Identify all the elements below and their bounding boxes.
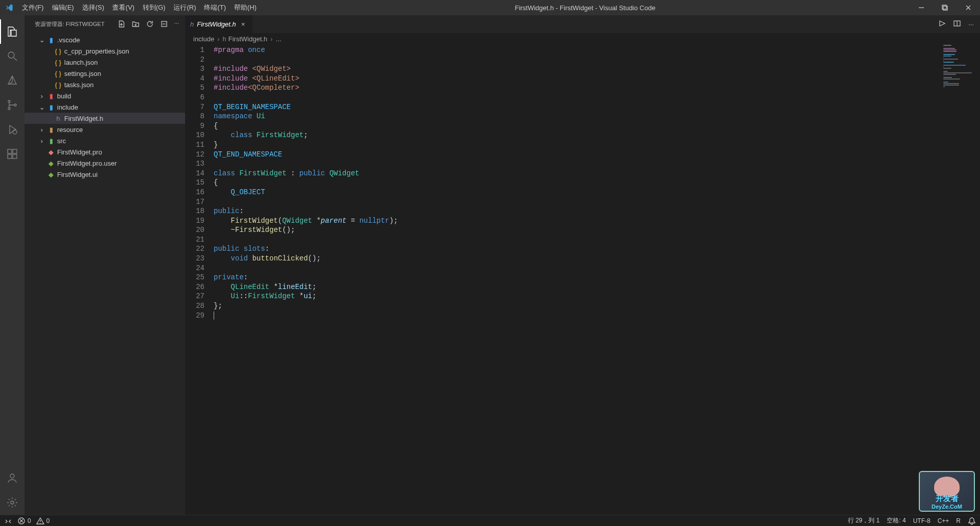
watermark-line2: DeyZe.CoM: [932, 504, 962, 510]
activity-bar: [0, 15, 24, 515]
svg-point-9: [14, 104, 16, 106]
svg-rect-11: [8, 149, 12, 153]
menu-bar: 文件(F)编辑(E)选择(S)查看(V)转到(G)运行(R)终端(T)帮助(H): [18, 0, 261, 15]
editor-more-icon[interactable]: ···: [968, 20, 974, 28]
status-remote-icon[interactable]: [4, 517, 12, 525]
tree-item[interactable]: ›▮src: [24, 135, 185, 146]
sidebar-explorer: 资源管理器: FIRSTWIDGET ··· ⌄▮.vscode{ }c_cpp…: [24, 15, 185, 515]
breadcrumb[interactable]: include›hFirstWidget.h›...: [185, 33, 980, 44]
new-file-icon[interactable]: [117, 20, 125, 29]
close-button[interactable]: [957, 0, 980, 15]
vscode-logo-icon: [0, 4, 18, 12]
maximize-button[interactable]: [933, 0, 957, 15]
activity-cmake[interactable]: [0, 68, 24, 93]
more-icon[interactable]: ···: [174, 20, 179, 29]
tree-item-label: include: [57, 103, 78, 111]
tree-item[interactable]: hFirstWidget.h: [24, 113, 185, 124]
tree-item[interactable]: ⌄▮.vscode: [24, 34, 185, 45]
svg-rect-12: [13, 149, 17, 153]
status-extra[interactable]: R: [956, 517, 961, 524]
menu-item[interactable]: 编辑(E): [48, 0, 78, 15]
activity-extensions[interactable]: [0, 142, 24, 166]
tree-item-label: c_cpp_properties.json: [64, 47, 129, 55]
tab-label: FirstWidget.h: [197, 20, 236, 28]
svg-rect-14: [13, 154, 17, 159]
tree-item-label: launch.json: [64, 59, 98, 66]
tree-item-label: FirstWidget.pro.user: [57, 160, 117, 167]
editor-group: h FirstWidget.h × ··· include›hFirstWidg…: [185, 15, 980, 515]
status-bar: 0 0 行 29，列 1 空格: 4 UTF-8 C++ R: [0, 515, 980, 526]
split-editor-icon[interactable]: [953, 19, 961, 29]
activity-run-debug[interactable]: [0, 117, 24, 142]
activity-explorer[interactable]: [0, 19, 24, 44]
menu-item[interactable]: 帮助(H): [230, 0, 261, 15]
svg-point-16: [11, 501, 14, 504]
activity-search[interactable]: [0, 44, 24, 68]
status-warnings[interactable]: 0: [36, 517, 50, 525]
tree-item-label: build: [57, 92, 71, 100]
run-icon[interactable]: [938, 19, 946, 29]
tree-item[interactable]: ›▮build: [24, 90, 185, 101]
menu-item[interactable]: 文件(F): [18, 0, 48, 15]
chevron-right-icon: ›: [217, 35, 219, 43]
sidebar-title: 资源管理器: FIRSTWIDGET: [35, 20, 105, 28]
svg-point-10: [13, 130, 17, 134]
tree-item[interactable]: { }launch.json: [24, 57, 185, 68]
breadcrumb-item[interactable]: hFirstWidget.h: [223, 35, 268, 43]
tree-item-label: .vscode: [57, 36, 80, 44]
watermark-avatar: 开发者 DeyZe.CoM: [919, 471, 975, 512]
editor-tabs: h FirstWidget.h × ···: [185, 15, 980, 33]
activity-source-control[interactable]: [0, 93, 24, 117]
breadcrumb-item[interactable]: include: [193, 35, 214, 43]
tree-item[interactable]: ◆FirstWidget.pro: [24, 146, 185, 157]
status-encoding[interactable]: UTF-8: [913, 517, 931, 524]
tree-item-label: FirstWidget.ui: [57, 171, 97, 178]
status-language[interactable]: C++: [938, 517, 949, 524]
tree-item[interactable]: ⌄▮include: [24, 101, 185, 113]
new-folder-icon[interactable]: [132, 20, 140, 29]
status-notifications-icon[interactable]: [968, 517, 976, 525]
menu-item[interactable]: 运行(R): [169, 0, 200, 15]
file-tree: ⌄▮.vscode{ }c_cpp_properties.json{ }laun…: [24, 33, 185, 515]
svg-line-6: [14, 58, 17, 61]
menu-item[interactable]: 转到(G): [139, 0, 170, 15]
tree-item[interactable]: ◆FirstWidget.pro.user: [24, 157, 185, 169]
tab-firstwidget-h[interactable]: h FirstWidget.h ×: [185, 15, 253, 33]
tree-item[interactable]: { }tasks.json: [24, 79, 185, 90]
svg-point-15: [10, 474, 14, 478]
menu-item[interactable]: 查看(V): [108, 0, 138, 15]
tree-item[interactable]: ›▮resource: [24, 124, 185, 135]
collapse-icon[interactable]: [160, 20, 168, 29]
status-errors[interactable]: 0: [17, 517, 31, 525]
window-controls: [910, 0, 980, 15]
menu-item[interactable]: 终端(T): [200, 0, 230, 15]
tab-close-icon[interactable]: ×: [239, 20, 247, 28]
svg-point-5: [8, 52, 14, 58]
chevron-right-icon: ›: [270, 35, 272, 43]
breadcrumb-item[interactable]: ...: [276, 35, 281, 43]
tree-item-label: resource: [57, 126, 83, 134]
minimize-button[interactable]: [910, 0, 933, 15]
main-area: 资源管理器: FIRSTWIDGET ··· ⌄▮.vscode{ }c_cpp…: [0, 15, 980, 515]
tree-item[interactable]: { }settings.json: [24, 68, 185, 79]
tree-item-label: settings.json: [64, 70, 101, 77]
svg-rect-1: [942, 5, 946, 9]
tree-item-label: src: [57, 137, 66, 145]
code-area[interactable]: #pragma once#include <QWidget>#include <…: [214, 44, 980, 515]
tree-item[interactable]: { }c_cpp_properties.json: [24, 45, 185, 57]
refresh-icon[interactable]: [146, 20, 154, 29]
activity-settings[interactable]: [0, 490, 24, 515]
minimap[interactable]: [943, 45, 974, 106]
menu-item[interactable]: 选择(S): [78, 0, 108, 15]
svg-point-7: [8, 100, 10, 102]
tree-item[interactable]: ◆FirstWidget.ui: [24, 169, 185, 180]
title-bar: 文件(F)编辑(E)选择(S)查看(V)转到(G)运行(R)终端(T)帮助(H)…: [0, 0, 980, 15]
h-file-icon: h: [190, 20, 194, 28]
line-number-gutter: 1234567891011121314151617181920212223242…: [185, 44, 214, 515]
activity-accounts[interactable]: [0, 466, 24, 490]
status-indent[interactable]: 空格: 4: [887, 516, 906, 525]
sidebar-header: 资源管理器: FIRSTWIDGET ···: [24, 15, 185, 33]
code-editor[interactable]: 1234567891011121314151617181920212223242…: [185, 44, 980, 515]
status-cursor-position[interactable]: 行 29，列 1: [848, 516, 880, 525]
tree-item-label: FirstWidget.pro: [57, 148, 102, 156]
